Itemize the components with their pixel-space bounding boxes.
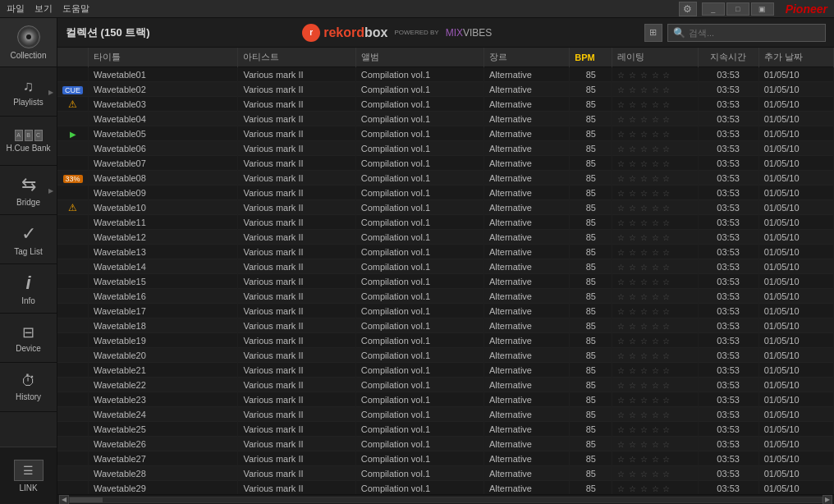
- row-status: [57, 363, 89, 378]
- table-row[interactable]: Wavetable01Various mark IICompilation vo…: [57, 67, 834, 82]
- sidebar-item-taglist[interactable]: ✓ Tag List: [0, 215, 57, 264]
- row-bpm: 85: [570, 215, 612, 230]
- row-date: 01/05/10: [758, 215, 833, 230]
- row-status: [57, 451, 89, 466]
- sidebar-item-info[interactable]: i Info: [0, 264, 57, 314]
- link-button[interactable]: ☰ LINK: [0, 447, 57, 504]
- menu-view[interactable]: 보기: [34, 2, 53, 15]
- settings-button[interactable]: ⚙: [679, 2, 697, 16]
- row-bpm: 85: [570, 451, 612, 466]
- table-row[interactable]: Wavetable20Various mark IICompilation vo…: [57, 348, 834, 363]
- rekordbox-text: rekordbox: [323, 25, 387, 40]
- table-row[interactable]: Wavetable22Various mark IICompilation vo…: [57, 378, 834, 392]
- table-row[interactable]: Wavetable12Various mark IICompilation vo…: [57, 230, 834, 245]
- playlists-arrow: ▶: [48, 88, 53, 95]
- col-genre[interactable]: 장르: [484, 48, 570, 67]
- table-row[interactable]: Wavetable28Various mark IICompilation vo…: [57, 466, 834, 481]
- sidebar-item-playlists[interactable]: Playlists ▶: [0, 67, 57, 117]
- row-title: Wavetable06: [89, 141, 238, 156]
- table-row[interactable]: Wavetable21Various mark IICompilation vo…: [57, 363, 834, 378]
- search-input[interactable]: [689, 28, 820, 38]
- table-row[interactable]: ⚠Wavetable03Various mark IICompilation v…: [57, 97, 834, 112]
- sidebar-item-device[interactable]: ⊟ Device: [0, 314, 57, 363]
- table-row[interactable]: Wavetable19Various mark IICompilation vo…: [57, 333, 834, 348]
- table-row[interactable]: Wavetable06Various mark IICompilation vo…: [57, 141, 834, 156]
- col-title[interactable]: 타이틀: [89, 48, 238, 67]
- table-row[interactable]: Wavetable23Various mark IICompilation vo…: [57, 392, 834, 407]
- table-row[interactable]: Wavetable24Various mark IICompilation vo…: [57, 407, 834, 422]
- taglist-icon: ✓: [21, 223, 36, 245]
- horizontal-scrollbar[interactable]: ◀ ▶: [57, 494, 834, 504]
- table-row[interactable]: Wavetable07Various mark IICompilation vo…: [57, 156, 834, 171]
- row-bpm: 85: [570, 82, 612, 97]
- menu-file[interactable]: 파일: [7, 2, 25, 15]
- table-row[interactable]: Wavetable14Various mark IICompilation vo…: [57, 259, 834, 274]
- row-bpm: 85: [570, 67, 612, 82]
- sidebar-item-collection[interactable]: Collection: [0, 18, 57, 67]
- row-rating: ☆ ☆ ☆ ☆ ☆: [612, 171, 698, 186]
- row-status: [57, 274, 89, 289]
- table-row[interactable]: Wavetable29Various mark IICompilation vo…: [57, 481, 834, 495]
- row-bpm: 85: [570, 274, 612, 289]
- row-rating: ☆ ☆ ☆ ☆ ☆: [612, 481, 698, 495]
- col-date[interactable]: 추가 날짜: [758, 48, 833, 67]
- bridge-arrow: ▶: [48, 186, 53, 194]
- row-album: Compilation vol.1: [355, 378, 483, 392]
- table-row[interactable]: Wavetable04Various mark IICompilation vo…: [57, 112, 834, 126]
- sidebar-item-bridge[interactable]: ⇆ Bridge ▶: [0, 166, 57, 215]
- window-controls: _ □ ▣: [702, 2, 774, 16]
- row-album: Compilation vol.1: [355, 392, 483, 407]
- h-scroll-track[interactable]: [69, 497, 823, 503]
- row-album: Compilation vol.1: [355, 437, 483, 451]
- col-rating[interactable]: 레이팅: [612, 48, 698, 67]
- rekordbox-logo: r rekordbox POWERED BY MIXVIBES: [302, 24, 492, 42]
- row-artist: Various mark II: [238, 67, 355, 82]
- table-row[interactable]: Wavetable11Various mark IICompilation vo…: [57, 215, 834, 230]
- row-date: 01/05/10: [758, 437, 833, 451]
- h-scroll-thumb[interactable]: [70, 497, 103, 502]
- minimize-button[interactable]: _: [702, 2, 725, 16]
- menu-help[interactable]: 도움말: [62, 2, 89, 15]
- row-title: Wavetable15: [89, 274, 238, 289]
- table-row[interactable]: ▶Wavetable05Various mark IICompilation v…: [57, 126, 834, 141]
- table-row[interactable]: Wavetable26Various mark IICompilation vo…: [57, 437, 834, 451]
- col-artist[interactable]: 아티스트: [238, 48, 355, 67]
- col-duration[interactable]: 지속시간: [698, 48, 758, 67]
- table-row[interactable]: Wavetable09Various mark IICompilation vo…: [57, 186, 834, 200]
- table-row[interactable]: ⚠Wavetable10Various mark IICompilation v…: [57, 200, 834, 215]
- table-row[interactable]: 33%Wavetable08Various mark IICompilation…: [57, 171, 834, 186]
- table-row[interactable]: CUEWavetable02Various mark IICompilation…: [57, 82, 834, 97]
- track-tbody: Wavetable01Various mark IICompilation vo…: [57, 67, 834, 495]
- table-row[interactable]: Wavetable18Various mark IICompilation vo…: [57, 318, 834, 333]
- link-icon: ☰: [14, 460, 44, 481]
- row-rating: ☆ ☆ ☆ ☆ ☆: [612, 378, 698, 392]
- table-row[interactable]: Wavetable15Various mark IICompilation vo…: [57, 274, 834, 289]
- table-row[interactable]: Wavetable13Various mark IICompilation vo…: [57, 245, 834, 259]
- maximize-button[interactable]: ▣: [751, 2, 774, 16]
- sidebar-label-device: Device: [16, 344, 41, 353]
- row-duration: 03:53: [698, 274, 758, 289]
- table-row[interactable]: Wavetable25Various mark IICompilation vo…: [57, 422, 834, 437]
- row-rating: ☆ ☆ ☆ ☆ ☆: [612, 259, 698, 274]
- table-row[interactable]: Wavetable17Various mark IICompilation vo…: [57, 304, 834, 318]
- table-row[interactable]: Wavetable16Various mark IICompilation vo…: [57, 289, 834, 304]
- sidebar-item-history[interactable]: ⏱ History: [0, 363, 57, 412]
- scroll-left-button[interactable]: ◀: [59, 495, 69, 505]
- row-status: [57, 156, 89, 171]
- scroll-right-button[interactable]: ▶: [823, 495, 832, 505]
- row-rating: ☆ ☆ ☆ ☆ ☆: [612, 422, 698, 437]
- sidebar-item-hcuebank[interactable]: A B C H.Cue Bank: [0, 117, 57, 166]
- row-status: ⚠: [57, 200, 89, 215]
- grid-view-button[interactable]: ⊞: [644, 24, 662, 42]
- bridge-icon: ⇆: [21, 174, 36, 195]
- sidebar-label-collection: Collection: [11, 51, 47, 60]
- row-bpm: 85: [570, 392, 612, 407]
- restore-button[interactable]: □: [726, 2, 749, 16]
- row-genre: Alternative: [484, 348, 570, 363]
- row-rating: ☆ ☆ ☆ ☆ ☆: [612, 97, 698, 112]
- table-row[interactable]: Wavetable27Various mark IICompilation vo…: [57, 451, 834, 466]
- row-title: Wavetable23: [89, 392, 238, 407]
- col-bpm[interactable]: BPM: [570, 48, 612, 67]
- row-duration: 03:53: [698, 230, 758, 245]
- col-album[interactable]: 앨범: [355, 48, 483, 67]
